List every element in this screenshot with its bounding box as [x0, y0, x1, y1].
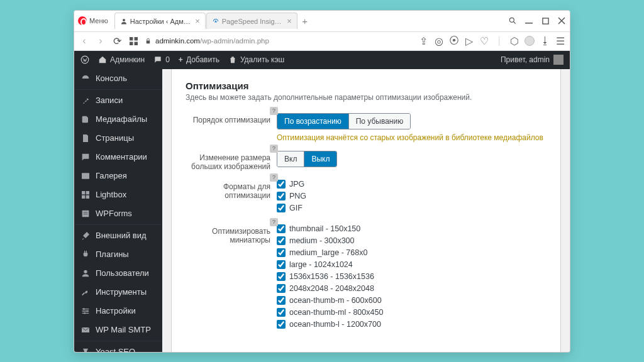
- menu-tools[interactable]: Инструменты: [74, 283, 162, 302]
- clear-cache[interactable]: Удалить кэш: [228, 55, 284, 64]
- maximize-icon[interactable]: [541, 16, 550, 25]
- menu-users[interactable]: Пользователи: [74, 264, 162, 283]
- menu-media[interactable]: Медиафайлы: [74, 110, 162, 129]
- format-png[interactable]: PNG: [277, 192, 547, 200]
- label-order: Порядок оптимизации?: [186, 113, 277, 142]
- panel-optimization: Оптимизация Здесь вы можете задать допол…: [171, 69, 561, 352]
- svg-point-16: [84, 270, 87, 273]
- label-thumbs: Оптимизировать миниатюры?: [186, 224, 277, 332]
- order-asc[interactable]: По возрастанию: [277, 114, 348, 129]
- help-icon[interactable]: ?: [270, 145, 278, 153]
- thumb-item[interactable]: medium_large - 768x0: [277, 248, 547, 257]
- cube-icon[interactable]: ⬡: [509, 36, 519, 46]
- back-button[interactable]: ‹: [79, 36, 89, 46]
- menu-yoast[interactable]: Yoast SEO: [74, 343, 162, 352]
- thumb-item[interactable]: ocean-thumb-l - 1200x700: [277, 320, 547, 329]
- svg-rect-15: [82, 210, 89, 217]
- add-new[interactable]: +Добавить: [179, 55, 219, 64]
- svg-rect-13: [82, 195, 85, 198]
- help-icon[interactable]: ?: [270, 218, 278, 226]
- opera-menu[interactable]: Меню: [89, 17, 108, 25]
- thumb-item[interactable]: medium - 300x300: [277, 236, 547, 245]
- thumb-item[interactable]: 1536x1536 - 1536x1536: [277, 272, 547, 281]
- svg-rect-5: [134, 37, 137, 40]
- wp-admin-bar: Админкин 0 +Добавить Удалить кэш Привет,…: [74, 51, 570, 69]
- svg-point-17: [83, 308, 85, 310]
- section-title: Оптимизация: [186, 80, 547, 91]
- window-controls: [508, 16, 566, 25]
- tab-active[interactable]: Настройки ‹ Админкин — ×: [114, 13, 206, 29]
- help-icon[interactable]: ?: [270, 173, 278, 182]
- svg-rect-7: [134, 41, 137, 45]
- menu-plugins[interactable]: Плагины: [74, 245, 162, 264]
- wp-logo[interactable]: [80, 55, 89, 64]
- menu-gallery[interactable]: Галерея: [74, 167, 162, 185]
- shield-icon[interactable]: ⦿: [449, 36, 458, 46]
- sliders-icon: [80, 306, 91, 316]
- help-icon[interactable]: ?: [270, 107, 278, 115]
- minimize-icon[interactable]: [525, 16, 533, 25]
- comment-icon: [153, 55, 162, 64]
- resize-off[interactable]: Выкл: [304, 151, 336, 167]
- site-link[interactable]: Админкин: [98, 55, 145, 64]
- browser-window: Меню Настройки ‹ Админкин — × PageSpeed …: [74, 10, 570, 353]
- speed-dial-icon[interactable]: [128, 36, 138, 46]
- download-icon[interactable]: ⭳: [540, 36, 550, 46]
- svg-rect-2: [525, 23, 533, 24]
- menu-wpmail[interactable]: WP Mail SMTP: [74, 321, 162, 339]
- svg-rect-14: [86, 195, 89, 198]
- menu-pages[interactable]: Страницы: [74, 129, 162, 148]
- comments-link[interactable]: 0: [153, 55, 170, 64]
- menu-dashboard[interactable]: Консоль: [74, 69, 162, 88]
- format-gif[interactable]: GIF: [277, 204, 547, 212]
- menu-wpforms[interactable]: WPForms: [74, 204, 162, 223]
- section-desc: Здесь вы можете задать дополнительные па…: [186, 93, 547, 102]
- pin-icon: [80, 96, 91, 106]
- close-window-icon[interactable]: [557, 16, 566, 25]
- order-toggle: По возрастанию По убыванию: [277, 113, 411, 129]
- menu-comments[interactable]: Комментарии: [74, 148, 162, 167]
- reload-button[interactable]: ⟳: [112, 36, 122, 46]
- comment-icon: [80, 152, 91, 162]
- heart-icon[interactable]: ♡: [479, 36, 489, 46]
- menu-settings[interactable]: Настройки: [74, 302, 162, 321]
- play-icon[interactable]: ▷: [464, 36, 474, 46]
- resize-on[interactable]: Вкл: [277, 151, 304, 167]
- thumb-item[interactable]: ocean-thumb-ml - 800x450: [277, 308, 547, 317]
- user-icon: [80, 268, 91, 278]
- camera-icon[interactable]: ◎: [434, 36, 443, 46]
- search-icon[interactable]: [508, 16, 517, 25]
- person-icon: [120, 18, 128, 25]
- speed-icon: [212, 18, 219, 25]
- toolbar-icons: ⇪ ◎ ⦿ ▷ ♡ | ⬡ ⭳ ☰: [419, 36, 565, 46]
- gauge-icon: [80, 74, 91, 84]
- new-tab-button[interactable]: +: [298, 14, 312, 28]
- thumb-item[interactable]: ocean-thumb-m - 600x600: [277, 296, 547, 305]
- svg-point-1: [509, 18, 514, 22]
- profile-icon[interactable]: [525, 36, 535, 46]
- close-icon[interactable]: ×: [195, 16, 200, 26]
- close-icon[interactable]: ×: [287, 16, 292, 26]
- trash-icon: [228, 55, 237, 64]
- order-desc[interactable]: По убыванию: [348, 114, 411, 129]
- tab-title: PageSpeed Insights: [222, 18, 283, 25]
- svg-rect-8: [147, 40, 150, 43]
- menu-lightbox[interactable]: Lightbox: [74, 185, 162, 204]
- share-icon[interactable]: ⇪: [419, 36, 428, 46]
- mail-icon: [80, 325, 91, 335]
- svg-point-19: [84, 312, 86, 314]
- menu-appearance[interactable]: Внешний вид: [74, 226, 162, 245]
- tab-inactive[interactable]: PageSpeed Insights ×: [206, 13, 297, 29]
- thumb-item[interactable]: 2048x2048 - 2048x2048: [277, 284, 547, 293]
- thumb-item[interactable]: thumbnail - 150x150: [277, 224, 547, 233]
- order-hint: Оптимизация начнётся со старых изображен…: [277, 133, 547, 142]
- format-jpg[interactable]: JPG: [277, 180, 547, 189]
- thumb-item[interactable]: large - 1024x1024: [277, 260, 547, 269]
- svg-rect-4: [130, 37, 133, 40]
- sidebar-icon[interactable]: ☰: [555, 36, 565, 46]
- forward-button[interactable]: ›: [96, 36, 106, 46]
- user-greeting[interactable]: Привет, admin: [501, 55, 564, 65]
- svg-point-0: [123, 19, 125, 21]
- menu-posts[interactable]: Записи: [74, 91, 162, 110]
- url-field[interactable]: adminkin.com/wp-admin/admin.php: [145, 37, 413, 45]
